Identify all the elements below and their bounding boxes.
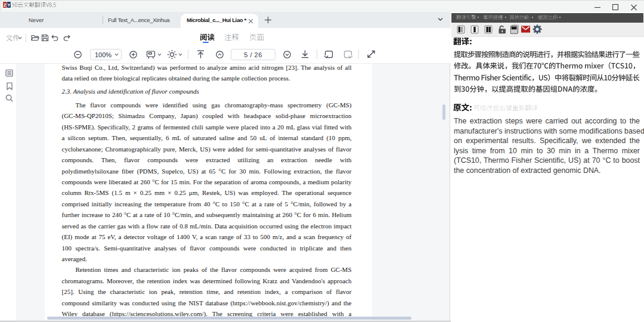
svg-text:Z: Z — [4, 2, 7, 8]
svg-text:Y: Y — [7, 2, 11, 8]
